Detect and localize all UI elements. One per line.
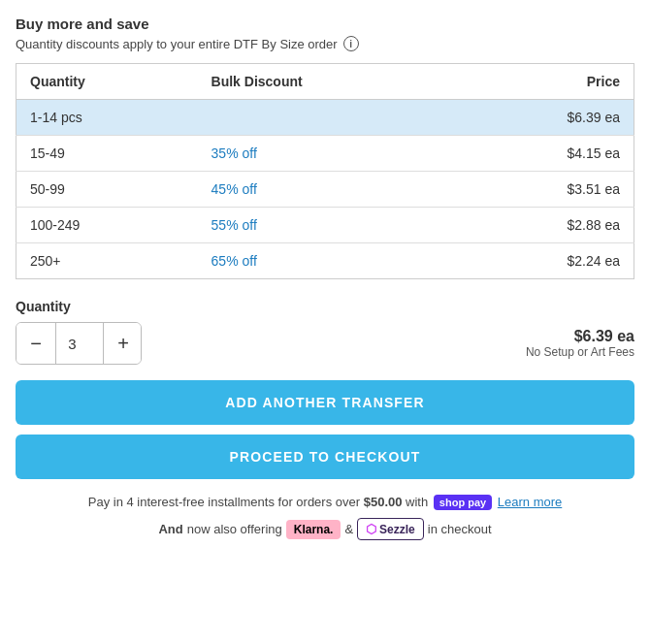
- col-header-quantity: Quantity: [16, 64, 198, 100]
- decrement-button[interactable]: −: [16, 323, 55, 364]
- cell-discount: 45% off: [198, 172, 458, 208]
- klarna-badge: Klarna.: [286, 520, 341, 539]
- installment-text: Pay in 4 interest-free installments for …: [88, 495, 360, 509]
- price-ea: $6.39 ea: [526, 328, 634, 345]
- discount-note: Quantity discounts apply to your entire …: [16, 36, 634, 51]
- quantity-section: Quantity − + $6.39 ea No Setup or Art Fe…: [16, 299, 634, 365]
- price-info: $6.39 ea No Setup or Art Fees: [526, 328, 634, 359]
- sezzle-badge: ⬡ Sezzle: [357, 518, 424, 540]
- now-also-text: now also offering: [187, 522, 282, 536]
- quantity-input[interactable]: [55, 323, 104, 364]
- pricing-table: Quantity Bulk Discount Price 1-14 pcs$6.…: [16, 63, 634, 279]
- table-row: 100-24955% off$2.88 ea: [16, 208, 634, 243]
- ampersand: &: [344, 522, 353, 536]
- cell-quantity: 100-249: [16, 208, 198, 243]
- cell-price: $3.51 ea: [457, 172, 634, 208]
- installment-amount: $50.00: [364, 495, 403, 509]
- table-row: 1-14 pcs$6.39 ea: [16, 100, 634, 136]
- info-icon[interactable]: i: [343, 36, 359, 51]
- buy-more-section: Buy more and save Quantity discounts app…: [16, 16, 634, 540]
- sezzle-label: Sezzle: [379, 523, 415, 536]
- discount-note-text: Quantity discounts apply to your entire …: [16, 37, 338, 51]
- quantity-label: Quantity: [16, 299, 634, 314]
- cell-quantity: 15-49: [16, 136, 198, 172]
- sezzle-icon: ⬡: [366, 522, 376, 536]
- cell-price: $2.88 ea: [457, 208, 634, 243]
- add-transfer-button[interactable]: ADD ANOTHER TRANSFER: [16, 380, 634, 425]
- cell-price: $6.39 ea: [457, 100, 634, 136]
- cell-price: $2.24 ea: [457, 243, 634, 279]
- learn-more-link[interactable]: Learn more: [498, 495, 562, 509]
- table-row: 250+65% off$2.24 ea: [16, 243, 634, 279]
- also-offering-row: And now also offering Klarna. & ⬡ Sezzle…: [16, 518, 634, 540]
- cell-discount: 55% off: [198, 208, 458, 243]
- cell-discount: [198, 100, 458, 136]
- and-text: And: [158, 522, 182, 536]
- col-header-price: Price: [457, 64, 634, 100]
- cell-discount: 65% off: [198, 243, 458, 279]
- table-row: 15-4935% off$4.15 ea: [16, 136, 634, 172]
- section-title: Buy more and save: [16, 16, 634, 32]
- cell-discount: 35% off: [198, 136, 458, 172]
- checkout-button[interactable]: PROCEED TO CHECKOUT: [16, 435, 634, 479]
- no-setup-text: No Setup or Art Fees: [526, 345, 634, 359]
- cell-quantity: 50-99: [16, 172, 198, 208]
- klarna-label: Klarna.: [294, 523, 334, 536]
- quantity-stepper: − +: [16, 322, 142, 365]
- in-checkout-text: in checkout: [428, 522, 492, 536]
- with-text: with: [406, 495, 428, 509]
- col-header-discount: Bulk Discount: [198, 64, 458, 100]
- table-row: 50-9945% off$3.51 ea: [16, 172, 634, 208]
- increment-button[interactable]: +: [104, 323, 142, 364]
- shop-pay-label: shop pay: [439, 497, 486, 508]
- payment-installment-info: Pay in 4 interest-free installments for …: [16, 495, 634, 510]
- cell-quantity: 1-14 pcs: [16, 100, 198, 136]
- cell-price: $4.15 ea: [457, 136, 634, 172]
- quantity-row: − + $6.39 ea No Setup or Art Fees: [16, 322, 634, 365]
- cell-quantity: 250+: [16, 243, 198, 279]
- shop-pay-badge: shop pay: [434, 495, 492, 510]
